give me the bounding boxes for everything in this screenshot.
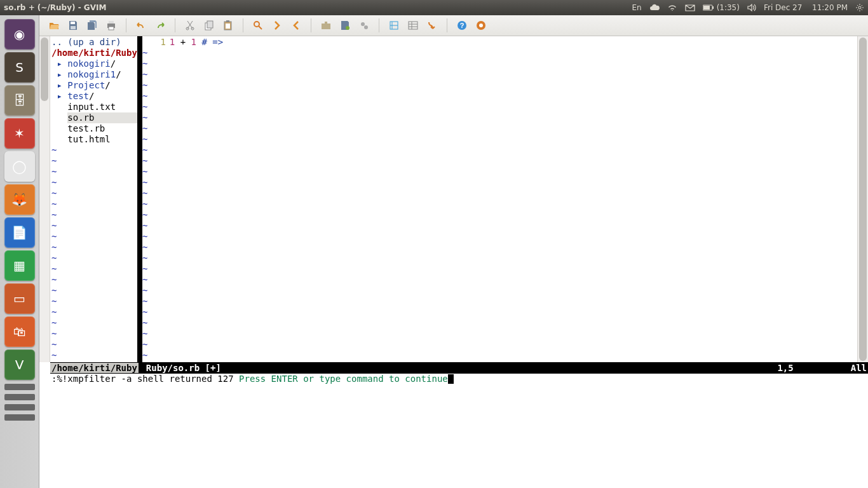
copy-icon[interactable] [202, 18, 216, 32]
unity-launcher: ◉S🗄✶◯🦊📄▦▭🛍V [0, 15, 39, 488]
mail-icon[interactable] [685, 4, 695, 11]
netrw-updir[interactable]: .. (up a dir) [51, 37, 121, 47]
launcher-impress[interactable]: ▭ [4, 283, 35, 314]
launcher-calc[interactable]: ▦ [4, 250, 35, 281]
gvim-toolbar: ? [39, 15, 868, 36]
launcher-chromium[interactable]: ◯ [4, 151, 35, 182]
editor-area: .. (up a dir) /home/kirti/Ruby/ ▸ nokogi… [39, 36, 868, 362]
svg-rect-4 [71, 22, 75, 24]
top-panel: so.rb + (~/Ruby) - GVIM En (1:35) Fri De… [0, 0, 868, 15]
svg-text:?: ? [460, 22, 465, 29]
vertical-split-bar[interactable] [137, 36, 142, 362]
svg-rect-5 [71, 26, 76, 29]
cmd-line-2: shell returned 127 [137, 374, 234, 384]
launcher-firefox[interactable]: 🦊 [4, 184, 35, 215]
svg-rect-22 [409, 22, 417, 29]
session-save-icon[interactable] [338, 18, 352, 32]
scrollbar-code[interactable] [857, 36, 868, 362]
print-icon[interactable] [104, 18, 118, 32]
svg-point-18 [346, 26, 349, 30]
findnext-icon[interactable] [474, 18, 488, 32]
line-number: 1 [153, 37, 166, 48]
svg-point-20 [364, 25, 368, 29]
run-script-icon[interactable] [357, 18, 371, 32]
save-icon[interactable] [66, 18, 80, 32]
launcher-stacked-icon[interactable] [4, 394, 35, 400]
next-icon[interactable] [270, 18, 284, 32]
undo-icon[interactable] [134, 18, 148, 32]
wifi-icon[interactable] [667, 4, 677, 11]
scrollbar-netrw[interactable] [39, 36, 50, 362]
code-tildes: ~ ~ ~ ~ ~ ~ ~ ~ ~ ~ ~ ~ ~ ~ ~ ~ ~ ~ ~ ~ … [142, 48, 147, 360]
svg-rect-15 [226, 24, 230, 29]
launcher-app-red[interactable]: ✶ [4, 118, 35, 149]
cmd-line-1: :%!xmpfilter -a [51, 374, 132, 384]
svg-rect-14 [226, 20, 229, 22]
open-icon[interactable] [47, 18, 61, 32]
svg-rect-2 [703, 6, 710, 10]
launcher-stacked-icon[interactable] [4, 404, 35, 410]
code-pane[interactable]: 11 + 1 # => ~ ~ ~ ~ ~ ~ ~ ~ ~ ~ ~ ~ ~ ~ … [142, 36, 857, 362]
launcher-dash[interactable]: ◉ [4, 19, 35, 50]
status-file: Ruby/so.rb [+] [144, 363, 221, 373]
netrw-tildes: ~ ~ ~ ~ ~ ~ ~ ~ ~ ~ ~ ~ ~ ~ ~ ~ ~ ~ ~ ~ [51, 145, 57, 360]
gvim-window: ? .. (up a dir) /home/kirti/Ruby/ ▸ noko… [39, 15, 868, 488]
help-icon[interactable]: ? [455, 18, 469, 32]
svg-point-19 [361, 22, 365, 26]
netrw-pane[interactable]: .. (up a dir) /home/kirti/Ruby/ ▸ nokogi… [50, 36, 137, 362]
gear-icon[interactable] [855, 3, 864, 12]
jump-icon[interactable] [425, 18, 439, 32]
launcher-software[interactable]: 🛍 [4, 316, 35, 347]
cloud-icon[interactable] [649, 4, 660, 11]
status-line: /home/kirti/Ruby Ruby/so.rb [+] 1,5 All [50, 362, 868, 374]
make-icon[interactable] [387, 18, 401, 32]
taglist-icon[interactable] [406, 18, 420, 32]
svg-rect-7 [109, 21, 114, 24]
svg-rect-12 [207, 21, 213, 28]
svg-point-3 [858, 6, 861, 9]
svg-point-16 [254, 22, 259, 27]
paste-icon[interactable] [221, 18, 235, 32]
keyboard-indicator[interactable]: En [632, 3, 641, 12]
launcher-gvim[interactable]: V [4, 349, 35, 380]
launcher-stacked-icon[interactable] [4, 384, 35, 390]
svg-point-26 [479, 24, 483, 27]
launcher-writer[interactable]: 📄 [4, 217, 35, 248]
volume-icon[interactable] [747, 4, 756, 11]
status-scroll: All [851, 363, 867, 373]
svg-rect-1 [712, 6, 714, 9]
status-left-path: /home/kirti/Ruby [50, 363, 139, 373]
clock[interactable]: Fri Dec 27 11:20 PM [764, 3, 848, 12]
launcher-stacked-icon[interactable] [4, 414, 35, 421]
prev-icon[interactable] [289, 18, 303, 32]
cmd-prompt: Press ENTER or type command to continue [239, 374, 448, 384]
cursor [448, 374, 454, 384]
launcher-files[interactable]: 🗄 [4, 85, 35, 116]
svg-rect-8 [109, 27, 114, 30]
battery-indicator[interactable]: (1:35) [703, 3, 740, 12]
launcher-sublime[interactable]: S [4, 52, 35, 83]
redo-icon[interactable] [153, 18, 167, 32]
command-area[interactable]: :%!xmpfilter -a shell returned 127 Press… [50, 374, 868, 384]
window-title: so.rb + (~/Ruby) - GVIM [4, 3, 106, 12]
netrw-path: /home/kirti/Ruby/ [51, 48, 142, 58]
saveall-icon[interactable] [85, 18, 99, 32]
cut-icon[interactable] [183, 18, 197, 32]
status-pos: 1,5 [777, 363, 793, 373]
svg-rect-17 [322, 24, 330, 29]
find-icon[interactable] [251, 18, 265, 32]
session-load-icon[interactable] [319, 18, 333, 32]
